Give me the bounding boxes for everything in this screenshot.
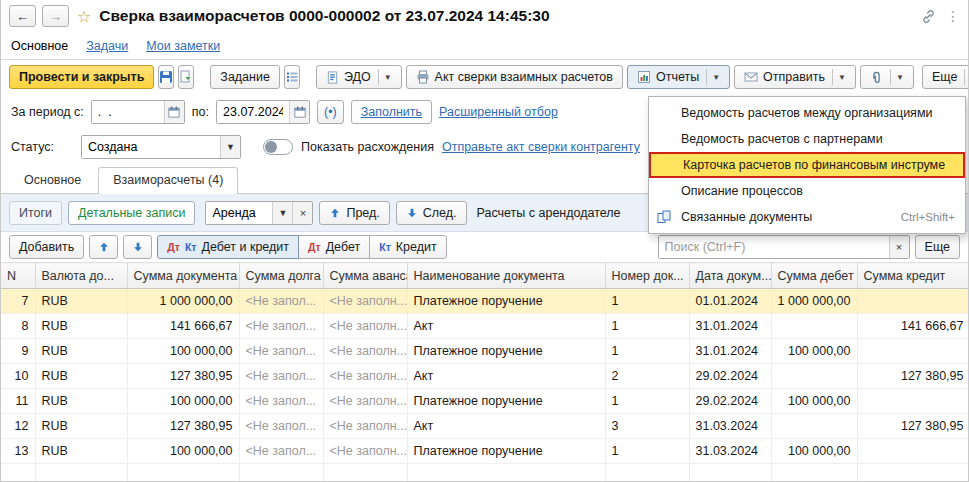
attachments-caret-icon[interactable]: ▼ <box>890 69 904 85</box>
col-doc-date[interactable]: Дата докум... <box>689 263 771 289</box>
col-doc-number[interactable]: Номер док... <box>605 263 689 289</box>
table-row[interactable]: 9 RUB 100 000,00 <Не запол... <Не заполн… <box>1 339 969 364</box>
cell-debit: 100 000,00 <box>771 389 857 414</box>
contract-clear-button[interactable]: × <box>292 202 312 224</box>
detailed-records-button[interactable]: Детальные записи <box>68 201 195 225</box>
reconciliation-act-button[interactable]: Акт сверки взаимных расчетов <box>406 65 623 89</box>
send-label: Отправить <box>763 70 825 84</box>
send-button[interactable]: Отправить ▼ <box>734 65 856 89</box>
reports-caret-icon[interactable]: ▼ <box>706 69 720 85</box>
back-button[interactable]: ← <box>9 5 36 27</box>
col-doc-name[interactable]: Наименование документа <box>407 263 605 289</box>
dt-icon: Дт <box>308 241 321 253</box>
task-list-button[interactable] <box>284 65 300 89</box>
status-input[interactable] <box>82 136 220 158</box>
tab-main[interactable]: Основное <box>9 167 96 193</box>
credit-button[interactable]: Кт Кредит <box>369 235 446 259</box>
attachments-button[interactable]: ▼ <box>860 65 914 89</box>
cell-credit <box>857 389 969 414</box>
nav-item-main[interactable]: Основное <box>11 39 68 53</box>
cell-credit: 141 666,67 <box>857 314 969 339</box>
reports-menu-item[interactable]: Карточка расчетов по финансовым инструме… <box>649 152 965 178</box>
cell-doc-name: Акт <box>407 364 605 389</box>
contract-dropdown-button[interactable]: ▼ <box>272 202 292 224</box>
reports-menu-item[interactable]: Описание процессов <box>649 178 965 204</box>
debit-and-credit-button[interactable]: ДтКт Дебет и кредит <box>157 235 299 259</box>
debit-button[interactable]: Дт Дебет <box>298 235 370 259</box>
edo-caret-icon[interactable]: ▼ <box>378 69 392 85</box>
more-actions-icon[interactable]: ⋮ <box>946 8 960 24</box>
cell-debit <box>771 414 857 439</box>
send-icon <box>744 70 758 84</box>
fill-button[interactable]: Заполнить <box>351 100 432 124</box>
post-and-close-button[interactable]: Провести и закрыть <box>9 65 154 89</box>
reports-menu-item[interactable]: Связанные документы Ctrl+Shift+ <box>649 204 965 230</box>
nav-item-tasks[interactable]: Задачи <box>86 39 128 53</box>
task-button[interactable]: Задание <box>210 65 280 89</box>
tab-settlements[interactable]: Взаиморасчеты (4) <box>98 167 238 194</box>
print-icon <box>416 70 430 84</box>
more-toolbar-button[interactable]: Еще ▼ <box>922 65 969 89</box>
cell-advance: <Не заполн... <box>323 314 407 339</box>
more-caret-icon[interactable]: ▼ <box>964 69 969 85</box>
col-currency[interactable]: Валюта до... <box>35 263 127 289</box>
search-input[interactable] <box>659 236 889 258</box>
edo-button[interactable]: ЭДО ▼ <box>316 65 402 89</box>
cell-doc-number: 2 <box>605 364 689 389</box>
cell-credit: 127 380,95 <box>857 414 969 439</box>
add-button[interactable]: Добавить <box>9 235 84 259</box>
forward-button[interactable]: → <box>42 5 69 27</box>
col-credit[interactable]: Сумма кредит <box>857 263 969 289</box>
period-choice-button[interactable]: (•) <box>317 100 344 124</box>
move-up-icon <box>98 241 110 253</box>
col-debt[interactable]: Сумма долга <box>239 263 323 289</box>
cell-debit <box>771 364 857 389</box>
search-clear-button[interactable]: × <box>889 236 909 258</box>
copy-link-icon[interactable] <box>921 9 936 24</box>
period-to-calendar-button[interactable] <box>289 101 309 123</box>
more-list-button[interactable]: Еще <box>915 235 960 259</box>
table-row-empty <box>1 464 969 482</box>
reports-menu-item[interactable]: Ведомость расчетов между организациями <box>649 100 965 126</box>
col-n[interactable]: N <box>1 263 35 289</box>
menu-item-label: Связанные документы <box>681 210 893 224</box>
table-row[interactable]: 12 RUB 127 380,95 <Не запол... <Не запол… <box>1 414 969 439</box>
command-toolbar: Провести и закрыть Задание ЭДО ▼ Акт све… <box>1 60 968 94</box>
cell-doc-number: 1 <box>605 389 689 414</box>
table-row[interactable]: 7 RUB 1 000 000,00 <Не запол... <Не запо… <box>1 289 969 314</box>
prev-button[interactable]: Пред. <box>319 201 389 225</box>
move-up-button[interactable] <box>89 235 118 259</box>
table-row[interactable]: 13 RUB 100 000,00 <Не запол... <Не запол… <box>1 439 969 464</box>
col-debit[interactable]: Сумма дебет <box>771 263 857 289</box>
period-to-group <box>216 100 310 124</box>
cell-doc-date: 29.02.2024 <box>689 389 771 414</box>
save-button[interactable] <box>158 65 174 89</box>
create-based-on-button[interactable] <box>178 65 194 89</box>
table-row[interactable]: 10 RUB 127 380,95 <Не запол... <Не запол… <box>1 364 969 389</box>
favorite-star-icon[interactable]: ☆ <box>77 7 91 26</box>
cell-currency: RUB <box>35 414 127 439</box>
cell-doc-date: 01.01.2024 <box>689 289 771 314</box>
table-row[interactable]: 11 RUB 100 000,00 <Не запол... <Не запол… <box>1 389 969 414</box>
move-down-button[interactable] <box>123 235 152 259</box>
period-from-calendar-button[interactable] <box>164 101 184 123</box>
period-from-input[interactable] <box>92 101 164 123</box>
status-dropdown-button[interactable]: ▼ <box>220 136 240 158</box>
next-button[interactable]: След. <box>396 201 467 225</box>
cell-currency: RUB <box>35 364 127 389</box>
period-to-input[interactable] <box>217 101 289 123</box>
reports-menu-item[interactable]: Ведомость расчетов с партнерами <box>649 126 965 152</box>
table-row[interactable]: 8 RUB 141 666,67 <Не запол... <Не заполн… <box>1 314 969 339</box>
send-caret-icon[interactable]: ▼ <box>832 69 846 85</box>
col-amount[interactable]: Сумма документа <box>127 263 239 289</box>
menu-item-label: Ведомость расчетов с партнерами <box>681 132 947 146</box>
col-advance[interactable]: Сумма аванса <box>323 263 407 289</box>
nav-item-notes[interactable]: Мои заметки <box>146 39 220 53</box>
reports-button[interactable]: Отчеты ▼ <box>627 65 730 89</box>
show-discrepancies-toggle[interactable] <box>263 139 293 155</box>
contract-input[interactable] <box>206 202 272 224</box>
search-box: × <box>658 235 910 259</box>
advanced-filter-link[interactable]: Расширенный отбор <box>439 105 558 119</box>
totals-button[interactable]: Итоги <box>9 201 62 225</box>
send-act-link[interactable]: Отправьте акт сверки контрагенту <box>442 140 640 154</box>
